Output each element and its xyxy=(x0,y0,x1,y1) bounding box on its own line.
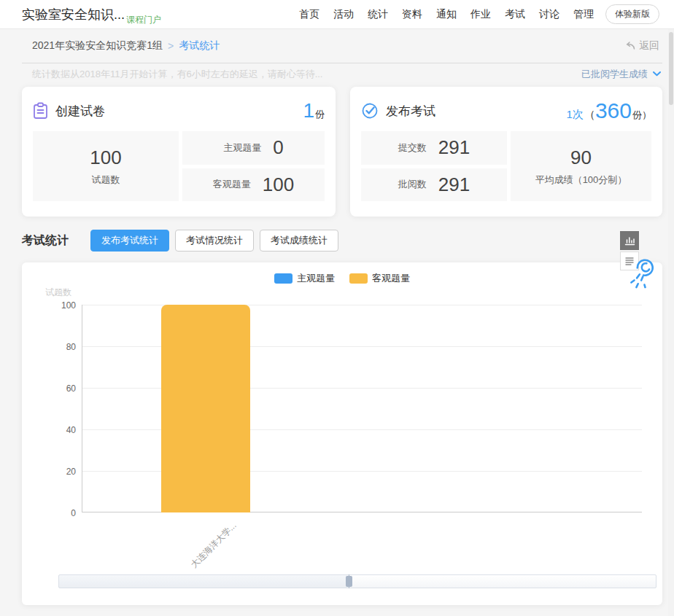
review-value: 291 xyxy=(438,174,470,196)
back-button[interactable]: 返回 xyxy=(625,39,659,52)
tab-exam-situation-stats[interactable]: 考试情况统计 xyxy=(175,230,254,252)
bar-series-0[interactable] xyxy=(161,305,250,512)
nav-notifications[interactable]: 通知 xyxy=(436,8,457,21)
objective-count-box: 客观题量 100 xyxy=(182,168,325,202)
paper-count-unit: 份 xyxy=(315,108,325,121)
y-tick-label: 100 xyxy=(47,300,76,311)
review-label: 批阅数 xyxy=(398,178,427,191)
exam-statistics-chart-card: 主观题量 客观题量 试题数 020406080100大连海洋大学... xyxy=(22,262,662,605)
subjective-count-box: 主观题量 0 xyxy=(182,131,325,165)
exam-statistics-title: 考试统计 xyxy=(22,233,69,249)
paren-open: （ xyxy=(584,108,595,122)
chevron-down-icon xyxy=(653,71,661,77)
objective-value: 100 xyxy=(263,174,294,196)
nav-home[interactable]: 首页 xyxy=(299,8,319,21)
average-score-label: 平均成绩（100分制） xyxy=(535,174,627,187)
main-nav: 首页 活动 统计 资料 通知 作业 考试 讨论 管理 xyxy=(299,8,594,21)
page-scrollbar-track[interactable] xyxy=(668,29,674,616)
y-tick-label: 60 xyxy=(47,383,76,394)
score-filter-dropdown[interactable]: 已批阅学生成绩 xyxy=(581,68,661,81)
create-paper-title: 创建试卷 xyxy=(55,103,105,120)
chart-legend: 主观题量 客观题量 xyxy=(22,272,662,285)
subjective-label: 主观题量 xyxy=(223,141,261,155)
back-label: 返回 xyxy=(639,39,659,52)
legend-item-subjective[interactable]: 主观题量 xyxy=(274,272,335,285)
check-circle-icon xyxy=(361,102,379,120)
bar-chart-icon xyxy=(624,235,635,246)
y-axis-name: 试题数 xyxy=(45,286,71,299)
review-count-box: 批阅数 291 xyxy=(361,168,507,202)
subjective-value: 0 xyxy=(273,136,283,159)
page-scrollbar-thumb[interactable] xyxy=(669,32,673,105)
datazoom-window xyxy=(59,575,349,588)
tab-publish-exam-stats[interactable]: 发布考试统计 xyxy=(90,230,169,252)
average-score-box: 90 平均成绩（100分制） xyxy=(511,131,651,201)
paper-count: 1 xyxy=(303,99,314,122)
y-tick-label: 40 xyxy=(47,425,76,435)
breadcrumb-course[interactable]: 2021年实验安全知识竞赛1组 xyxy=(32,39,163,52)
top-header: 实验室安全知识... 课程门户 首页 活动 统计 资料 通知 作业 考试 讨论 … xyxy=(0,0,674,29)
legend-item-objective[interactable]: 客观题量 xyxy=(349,272,410,285)
nav-homework[interactable]: 作业 xyxy=(470,8,491,21)
nav-exam[interactable]: 考试 xyxy=(505,8,525,21)
datazoom-handle[interactable] xyxy=(346,576,352,587)
question-total-box: 100 试题数 xyxy=(33,131,179,201)
breadcrumb-current[interactable]: 考试统计 xyxy=(179,39,220,52)
notice-bar: 统计数据从2018年11月开始计算，有6小时左右的延迟，请耐心等待... 已批阅… xyxy=(22,63,662,85)
question-total-value: 100 xyxy=(90,147,121,169)
score-filter-label: 已批阅学生成绩 xyxy=(581,68,648,81)
legend-swatch-subjective xyxy=(274,273,293,284)
breadcrumb: 2021年实验安全知识竞赛1组 > 考试统计 返回 xyxy=(22,29,662,63)
x-category-label: 大连海洋大学... xyxy=(188,520,239,571)
y-tick-label: 80 xyxy=(47,342,76,352)
lightbulb-help-icon[interactable] xyxy=(622,253,660,291)
publish-exam-title: 发布考试 xyxy=(386,103,435,120)
objective-label: 客观题量 xyxy=(213,178,251,191)
nav-manage[interactable]: 管理 xyxy=(573,8,594,21)
breadcrumb-separator: > xyxy=(168,40,174,52)
nav-statistics[interactable]: 统计 xyxy=(368,8,388,21)
y-tick-label: 20 xyxy=(47,467,76,477)
legend-swatch-objective xyxy=(349,273,368,284)
submit-count-box: 提交数 291 xyxy=(361,131,507,165)
publish-exam-card: 发布考试 1次 （ 360 份） 提交数 291 批阅数 291 xyxy=(350,87,662,217)
average-score-value: 90 xyxy=(570,147,592,169)
legend-label-objective: 客观题量 xyxy=(372,272,410,285)
submit-label: 提交数 xyxy=(398,141,427,155)
legend-label-subjective: 主观题量 xyxy=(297,272,335,285)
paren-close: 份） xyxy=(632,109,651,122)
plot-area: 020406080100大连海洋大学... xyxy=(82,305,642,512)
exam-times: 1次 xyxy=(567,108,584,122)
course-title: 实验室安全知识... xyxy=(22,6,125,23)
course-portal-link[interactable]: 课程门户 xyxy=(126,14,161,28)
bar-chart-view-button[interactable] xyxy=(620,231,639,250)
datazoom-slider[interactable] xyxy=(58,574,656,588)
return-arrow-icon xyxy=(625,42,635,50)
statistics-tabs: 发布考试统计 考试情况统计 考试成绩统计 xyxy=(90,230,338,252)
submit-value: 291 xyxy=(438,136,470,159)
nav-discussion[interactable]: 讨论 xyxy=(539,8,559,21)
create-paper-card: 创建试卷 1 份 100 试题数 主观题量 0 客观题量 xyxy=(22,87,336,217)
question-total-label: 试题数 xyxy=(92,174,120,187)
nav-materials[interactable]: 资料 xyxy=(402,8,422,21)
y-tick-label: 0 xyxy=(47,508,76,518)
clipboard-icon xyxy=(33,102,48,120)
try-new-version-button[interactable]: 体验新版 xyxy=(605,4,659,24)
notice-text: 统计数据从2018年11月开始计算，有6小时左右的延迟，请耐心等待... xyxy=(32,68,322,81)
exam-copies: 360 xyxy=(595,98,632,123)
nav-activity[interactable]: 活动 xyxy=(333,8,354,21)
tab-exam-score-stats[interactable]: 考试成绩统计 xyxy=(260,230,338,252)
